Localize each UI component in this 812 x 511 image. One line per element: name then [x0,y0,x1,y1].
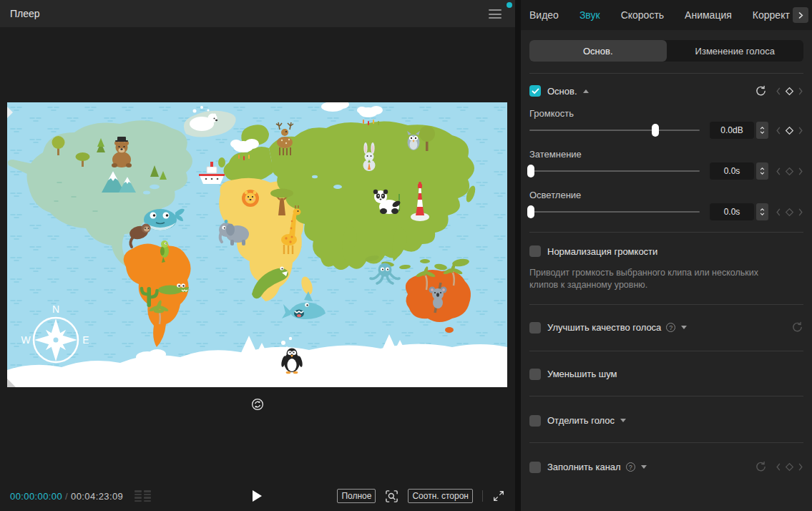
denoise-label: Уменьшить шум [547,369,617,379]
keyframe-add-icon[interactable] [785,126,794,135]
fade-out-value[interactable]: 0.0s [710,203,754,220]
keyframe-next-icon[interactable] [798,127,803,135]
zoom-frame-icon[interactable] [385,490,398,503]
section-denoise: Уменьшить шум [521,351,812,396]
volume-label: Громкость [529,108,803,119]
level-bars-icon[interactable] [134,490,151,502]
keyframe-prev-icon[interactable] [776,167,781,175]
panel-divider [515,0,521,511]
svg-text:W: W [21,334,31,346]
keyframe-next-icon[interactable] [798,208,803,216]
keyframe-prev-icon[interactable] [776,87,781,95]
tab-speed[interactable]: Скорость [621,9,664,21]
enhance-voice-label: Улучшить качество голоса [547,322,661,333]
controls-divider [482,490,483,502]
keyframe-prev-icon[interactable] [776,463,781,471]
expand-icon[interactable] [620,419,626,422]
voice-split-label: Отделить голос [547,415,615,426]
fade-out-stepper[interactable] [756,203,768,220]
help-icon[interactable]: ? [666,323,675,332]
basic-label: Основ. [547,86,577,97]
normalize-checkbox[interactable] [529,245,541,257]
status-dot [507,2,512,8]
fade-in-stepper[interactable] [756,162,768,180]
fade-out-keyframes [776,208,803,217]
tab-animation[interactable]: Анимация [685,9,732,21]
keyframe-next-icon[interactable] [798,463,803,471]
player-panel: Плеер [0,0,515,511]
fit-mode-button[interactable]: Полное [337,489,376,503]
help-icon[interactable]: ? [626,462,635,472]
volume-stepper[interactable] [756,122,768,139]
svg-text:E: E [82,334,89,346]
reset-icon[interactable] [791,321,803,334]
reset-icon[interactable] [755,85,767,97]
world-map-illustration: N W E S [7,102,507,387]
fade-in-value[interactable]: 0.0s [710,162,754,180]
video-preview[interactable]: N W E S [7,102,507,387]
normalize-description: Приводит громкость выбранного клипа или … [529,267,781,291]
fade-out-slider-thumb[interactable] [527,205,534,218]
volume-slider-thumb[interactable] [652,124,659,137]
basic-checkbox[interactable] [529,85,541,97]
current-time: 00:00:00:00 [10,491,62,502]
reset-icon[interactable] [755,461,767,473]
sync-icon[interactable] [251,398,264,411]
keyframe-next-icon[interactable] [798,87,803,95]
chevron-right-icon[interactable] [793,7,808,23]
keyframe-next-icon[interactable] [798,167,803,175]
keyframe-add-icon[interactable] [785,462,794,472]
fill-channel-label: Заполнить канал [547,462,621,472]
play-button[interactable] [253,490,262,502]
property-tabs: Видео Звук Скорость Анимация Коррект [521,0,812,30]
svg-text:N: N [52,303,59,315]
keyframe-add-icon[interactable] [785,167,794,176]
expand-icon[interactable] [681,326,687,329]
tab-video[interactable]: Видео [529,9,559,21]
fade-in-keyframes [776,167,803,176]
section-normalize: Нормализация громкости Приводит громкост… [521,233,812,304]
volume-slider[interactable] [529,122,700,139]
expand-icon[interactable] [641,465,647,469]
keyframe-controls [776,87,803,96]
hamburger-icon[interactable] [489,9,502,21]
fullscreen-icon[interactable] [492,490,505,502]
fill-channel-keyframes [776,462,803,472]
map-lion [242,190,259,207]
denoise-checkbox[interactable] [529,369,541,380]
fade-in-slider-thumb[interactable] [527,165,534,177]
keyframe-prev-icon[interactable] [776,208,781,216]
fade-out-slider[interactable] [529,203,700,220]
voice-split-checkbox[interactable] [529,415,541,427]
section-voice-split: Отделить голос [521,396,812,442]
section-basic: Основ. Громкость 0.0dB [521,74,812,232]
volume-value[interactable]: 0.0dB [710,122,754,139]
timecode: 00:00:00:00/00:04:23:09 [10,491,123,502]
subtab-basic[interactable]: Основ. [529,40,667,62]
collapse-icon[interactable] [583,89,589,93]
fade-in-slider[interactable] [529,162,700,180]
subtab-voice-changer[interactable]: Изменение голоса [667,40,804,62]
player-header: Плеер [0,0,515,27]
tab-correction[interactable]: Коррект [753,9,790,21]
aspect-ratio-button[interactable]: Соотн. сторон [408,489,473,503]
duration: 00:04:23:09 [71,491,123,502]
player-controls: 00:00:00:00/00:04:23:09 Полное Соотн. ст… [0,481,515,511]
keyframe-add-icon[interactable] [785,87,794,96]
fade-out-label: Осветление [529,190,803,200]
properties-panel: Видео Звук Скорость Анимация Коррект Осн… [521,0,812,511]
enhance-voice-checkbox[interactable] [529,322,541,334]
audio-subtabs: Основ. Изменение голоса [529,40,803,62]
fade-in-label: Затемнение [529,149,803,160]
section-fill-channel: Заполнить канал ? [521,443,812,492]
time-separator: / [62,491,71,502]
svg-text:S: S [52,365,59,376]
section-enhance-voice: Улучшить качество голоса ? [521,305,812,351]
keyframe-add-icon[interactable] [785,208,794,217]
tab-audio[interactable]: Звук [579,9,600,21]
keyframe-prev-icon[interactable] [776,127,781,135]
volume-keyframes [776,126,803,135]
normalize-label: Нормализация громкости [547,246,657,257]
player-title: Плеер [10,8,40,19]
fill-channel-checkbox[interactable] [529,462,541,473]
